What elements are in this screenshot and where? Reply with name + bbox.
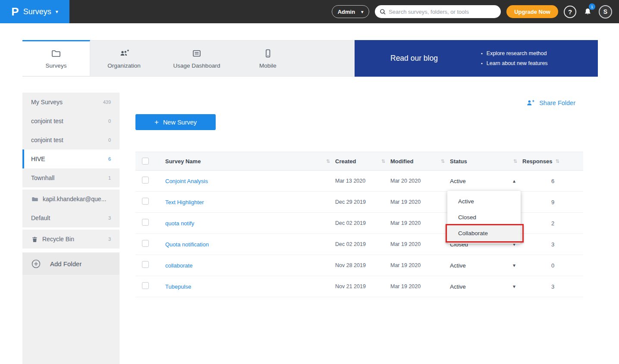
responses-cell: 0 <box>522 262 583 269</box>
status-dropdown[interactable]: Active ▾ <box>450 255 522 276</box>
modified-cell: Mar 19 2020 <box>390 220 450 226</box>
mobile-icon <box>263 48 273 59</box>
topbar: P Surveys ▾ Admin ▾ Upgrade Now ? 1 S <box>0 0 619 23</box>
upgrade-now-button[interactable]: Upgrade Now <box>506 5 558 18</box>
header-label: Status <box>450 158 467 165</box>
add-folder-button[interactable]: Add Folder <box>22 252 119 275</box>
chevron-down-icon: ▾ <box>361 9 363 14</box>
row-checkbox[interactable] <box>142 198 149 205</box>
user-avatar[interactable]: S <box>599 5 612 19</box>
survey-name-link[interactable]: quota notify <box>157 220 194 227</box>
survey-name-link[interactable]: collaborate <box>157 262 193 269</box>
blog-bullet: • Explore research method <box>481 50 548 56</box>
status-option-collaborate[interactable]: Collaborate <box>447 225 521 241</box>
modified-cell: Mar 19 2020 <box>390 262 450 268</box>
status-options-menu: Active Closed Collaborate <box>447 191 521 244</box>
sidebar-item-shared-folder[interactable]: kapil.khandekar@que... <box>22 190 119 208</box>
sidebar-item-hive[interactable]: HIVE 6 <box>22 149 119 168</box>
folder-count: 439 <box>103 100 111 105</box>
new-survey-label: New Survey <box>163 119 197 126</box>
sidebar-item-conjoint-test-2[interactable]: conjoint test 0 <box>22 131 119 149</box>
folder-count: 3 <box>108 236 111 242</box>
sort-icon[interactable]: ⇅ <box>555 159 559 164</box>
sidebar-item-my-surveys[interactable]: My Surveys 439 <box>22 93 119 112</box>
folder-label: Townhall <box>31 174 108 181</box>
sort-icon[interactable]: ⇅ <box>513 159 517 164</box>
folder-label: Recycle Bin <box>42 236 108 243</box>
help-button[interactable]: ? <box>564 6 576 18</box>
tab-label: Mobile <box>259 62 277 69</box>
header-created[interactable]: Created ⇅ <box>335 152 390 170</box>
chevron-down-icon: ▾ <box>513 283 515 289</box>
survey-name-link[interactable]: Text Highlighter <box>157 199 204 205</box>
trash-icon <box>31 236 38 243</box>
chevron-down-icon: ▾ <box>56 9 58 15</box>
row-checkbox[interactable] <box>142 177 149 184</box>
tab-strip: Surveys Organization Usage Dashboard Mob… <box>22 40 355 77</box>
tab-label: Organization <box>107 62 141 69</box>
modified-cell: Mar 19 2020 <box>390 283 450 289</box>
folder-count: 3 <box>108 215 111 221</box>
table-row: Conjoint Analysis Mar 13 2020 Mar 20 202… <box>135 171 583 192</box>
row-checkbox[interactable] <box>142 240 149 247</box>
survey-name-cell: quota notify <box>157 219 335 227</box>
created-cell: Dec 02 2019 <box>335 220 390 226</box>
chevron-up-icon: ▴ <box>513 178 515 184</box>
survey-name-link[interactable]: Tubepulse <box>157 283 191 290</box>
search-input[interactable] <box>375 5 501 18</box>
sort-icon[interactable]: ⇅ <box>381 159 385 164</box>
add-folder-section: Add Folder <box>22 252 119 275</box>
new-survey-button[interactable]: + New Survey <box>135 114 216 130</box>
folder-group-main: My Surveys 439 conjoint test 0 conjoint … <box>22 93 119 187</box>
admin-menu[interactable]: Admin ▾ <box>332 5 369 18</box>
tab-label: Surveys <box>46 62 67 69</box>
survey-name-link[interactable]: Conjoint Analysis <box>157 178 208 184</box>
status-dropdown[interactable]: Active ▴ <box>450 171 522 191</box>
checkbox-cell <box>135 240 157 249</box>
header-modified[interactable]: Modified ⇅ <box>390 152 450 170</box>
modified-cell: Mar 19 2020 <box>390 199 450 205</box>
people-icon <box>119 48 130 59</box>
row-checkbox[interactable] <box>142 282 149 289</box>
sort-icon[interactable]: ⇅ <box>326 159 330 164</box>
tab-organization[interactable]: Organization <box>90 40 158 76</box>
sidebar-filler <box>22 275 119 364</box>
blog-banner[interactable]: Read our blog • Explore research method … <box>355 40 598 77</box>
status-value: Active <box>450 262 466 269</box>
responses-cell: 2 <box>522 220 583 227</box>
header-label: Modified <box>390 158 413 165</box>
avatar-initial: S <box>603 8 607 15</box>
notifications-button[interactable]: 1 <box>582 6 593 17</box>
folder-count: 1 <box>108 175 111 180</box>
sidebar-item-default[interactable]: Default 3 <box>22 208 119 227</box>
responses-cell: 3 <box>522 283 583 290</box>
sort-icon[interactable]: ⇅ <box>441 159 445 164</box>
row-checkbox[interactable] <box>142 261 149 268</box>
tab-mobile[interactable]: Mobile <box>236 40 300 76</box>
created-cell: Dec 29 2019 <box>335 199 390 205</box>
survey-name-link[interactable]: Quota notification <box>157 241 209 248</box>
checkbox-cell <box>135 282 157 291</box>
folder-label: HIVE <box>31 156 108 162</box>
sidebar-item-townhall[interactable]: Townhall 1 <box>22 168 119 187</box>
select-all-checkbox[interactable] <box>142 158 149 165</box>
sidebar-item-recycle-bin[interactable]: Recycle Bin 3 <box>22 230 119 249</box>
tab-usage-dashboard[interactable]: Usage Dashboard <box>158 40 236 76</box>
blog-title[interactable]: Read our blog <box>390 54 438 63</box>
created-cell: Nov 28 2019 <box>335 262 390 268</box>
product-switcher[interactable]: P Surveys ▾ <box>0 0 69 23</box>
header-status[interactable]: Status ⇅ <box>450 152 522 170</box>
row-checkbox[interactable] <box>142 219 149 226</box>
sidebar-item-conjoint-test-1[interactable]: conjoint test 0 <box>22 112 119 131</box>
bullet-text: Learn about new features <box>487 60 548 66</box>
share-folder-button[interactable]: Share Folder <box>526 99 575 107</box>
header-responses[interactable]: Responses ⇅ <box>522 152 583 170</box>
tab-surveys[interactable]: Surveys <box>22 40 90 76</box>
dashboard-icon <box>192 48 202 59</box>
folder-count: 0 <box>108 137 111 143</box>
status-option-closed[interactable]: Closed <box>447 209 521 225</box>
header-survey-name[interactable]: Survey Name ⇅ <box>157 152 335 170</box>
status-dropdown[interactable]: Active ▾ <box>450 276 522 297</box>
status-option-active[interactable]: Active <box>447 193 521 209</box>
share-folder-label: Share Folder <box>539 100 575 106</box>
